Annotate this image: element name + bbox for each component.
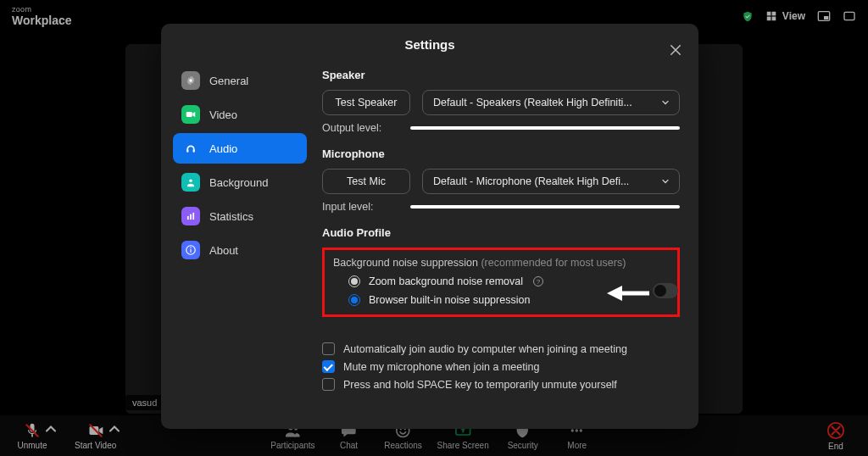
bns-title: Background noise suppression: [333, 257, 478, 269]
info-icon: [181, 241, 200, 259]
sidebar-item-label: Statistics: [209, 210, 253, 223]
sidebar-item-label: Audio: [209, 142, 237, 155]
check-mute-on-join[interactable]: Mute my microphone when join a meeting: [322, 360, 680, 373]
statistics-icon: [181, 207, 200, 225]
sidebar-item-background[interactable]: Background: [173, 167, 307, 197]
bns-recommended: (recommended for most users): [481, 257, 626, 269]
chevron-down-icon: [660, 97, 670, 108]
test-mic-button[interactable]: Test Mic: [322, 169, 410, 194]
annotation-arrow-icon: [607, 284, 649, 303]
speaker-device-select[interactable]: Default - Speakers (Realtek High Definit…: [422, 90, 680, 115]
svg-rect-27: [190, 214, 192, 220]
settings-sidebar: General Video Audio Background Statistic…: [161, 58, 315, 425]
svg-rect-22: [186, 112, 192, 117]
mic-device-value: Default - Microphone (Realtek High Defi.…: [433, 175, 629, 187]
close-icon[interactable]: [668, 42, 683, 58]
sidebar-item-label: Background: [209, 176, 268, 189]
speaker-section-label: Speaker: [322, 69, 680, 81]
settings-title: Settings: [161, 24, 698, 58]
check-space-unmute[interactable]: Press and hold SPACE key to temporarily …: [322, 378, 680, 391]
bns-highlight: Background noise suppression (recommende…: [322, 247, 680, 317]
audio-profile-label: Audio Profile: [322, 226, 680, 239]
headphones-icon: [181, 139, 200, 158]
radio-icon: [348, 275, 360, 287]
settings-dialog: Settings General Video Audio Background: [161, 24, 698, 429]
svg-rect-30: [190, 249, 191, 253]
radio-icon: [348, 294, 360, 306]
check-label: Automatically join audio by computer whe…: [343, 343, 627, 355]
output-level-meter: [410, 126, 680, 130]
sidebar-item-statistics[interactable]: Statistics: [173, 201, 307, 231]
sidebar-item-general[interactable]: General: [173, 65, 307, 96]
output-level-label: Output level:: [322, 122, 398, 134]
sidebar-item-video[interactable]: Video: [173, 99, 307, 130]
sidebar-item-audio[interactable]: Audio: [173, 133, 307, 164]
bns-heading: Background noise suppression (recommende…: [333, 257, 669, 269]
svg-rect-23: [186, 149, 188, 153]
info-icon[interactable]: ?: [533, 276, 543, 286]
svg-point-31: [190, 247, 192, 248]
bns-option-label: Browser built-in noise suppression: [369, 294, 530, 306]
input-level-meter: [410, 205, 680, 209]
checkbox-icon: [322, 378, 335, 391]
sidebar-item-label: Video: [209, 108, 237, 121]
input-level-label: Input level:: [322, 201, 398, 213]
mic-section-label: Microphone: [322, 147, 680, 160]
mic-device-select[interactable]: Default - Microphone (Realtek High Defi.…: [422, 169, 680, 194]
sidebar-item-label: General: [209, 75, 248, 87]
check-auto-join[interactable]: Automatically join audio by computer whe…: [322, 342, 680, 355]
video-icon: [181, 105, 200, 124]
bns-option-label: Zoom background noise removal: [369, 275, 523, 287]
gear-icon: [181, 71, 200, 90]
svg-rect-28: [192, 213, 194, 220]
test-speaker-button[interactable]: Test Speaker: [322, 90, 410, 115]
toggle-knob: [654, 285, 666, 297]
settings-pane-audio: Speaker Test Speaker Default - Speakers …: [315, 58, 698, 425]
chevron-down-icon: [660, 176, 670, 186]
sidebar-item-label: About: [209, 244, 238, 257]
annotation-toggle[interactable]: [653, 283, 678, 298]
speaker-device-value: Default - Speakers (Realtek High Definit…: [433, 97, 632, 108]
check-label: Mute my microphone when join a meeting: [343, 361, 539, 373]
svg-rect-26: [187, 216, 189, 220]
svg-rect-24: [193, 149, 195, 153]
sidebar-item-about[interactable]: About: [173, 235, 307, 265]
background-icon: [181, 173, 200, 192]
check-label: Press and hold SPACE key to temporarily …: [343, 379, 617, 391]
checkbox-icon: [322, 360, 335, 373]
svg-point-25: [189, 180, 192, 183]
checkbox-icon: [322, 342, 335, 355]
